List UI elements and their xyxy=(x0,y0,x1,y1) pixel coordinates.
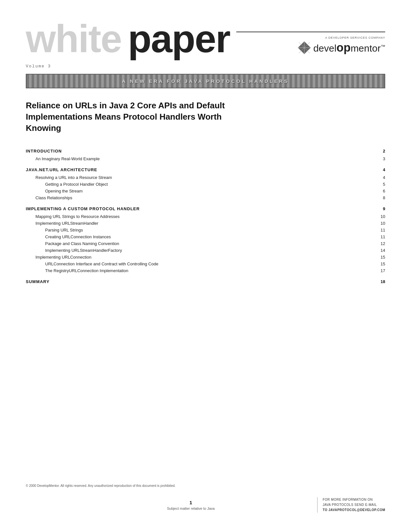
toc-page-package: 12 xyxy=(376,241,385,246)
toc-page-creating: 11 xyxy=(376,234,385,239)
toc-label-imaginary: An Imaginary Real-World Example xyxy=(35,156,100,161)
toc-entry-imaginary: An Imaginary Real-World Example 3 xyxy=(26,155,385,162)
toc-entry-mapping: Mapping URL Strings to Resource Addresse… xyxy=(26,213,385,220)
main-headline: Reliance on URLs in Java 2 Core APIs and… xyxy=(26,100,245,134)
footer-info-line3: TO JAVAPROTOCOL@DEVELOP.COM xyxy=(323,507,385,513)
banner: A NEW ERA FOR JAVA PROTOCOL HANDLERS xyxy=(26,74,385,88)
toc-page-implementing: 9 xyxy=(376,206,385,211)
title-divider xyxy=(236,32,385,32)
toc-page-mapping: 10 xyxy=(376,214,385,219)
toc-label-summary: SUMMARY xyxy=(26,279,50,284)
toc-page-implurlconn: 15 xyxy=(376,255,385,260)
developer-services-label: A Developer Services Company xyxy=(325,36,385,39)
toc-entry-classrel: Class Relationships 8 xyxy=(26,194,385,201)
toc-label-registryurl: The RegistryURLConnection Implementation xyxy=(45,268,128,273)
white-label: white xyxy=(26,19,122,58)
footer-page-number: 1 xyxy=(64,500,317,505)
toc-page-resolving: 4 xyxy=(376,175,385,180)
headline-line2: Implementations Means Protocol Handlers … xyxy=(26,112,222,133)
toc-label-creating: Creating URLConnection Instances xyxy=(45,234,111,239)
volume-label: Volume 3 xyxy=(26,64,51,69)
toc-page-imaginary: 3 xyxy=(376,156,385,161)
toc-label-implstream: Implementing URLStreamHandler xyxy=(35,221,98,226)
toc-entry-summary: SUMMARY 18 xyxy=(26,277,385,286)
footer-right-info: FOR MORE INFORMATION ON JAVA PROTOCOLS S… xyxy=(317,497,385,513)
logo-wrapper: developmentor™ xyxy=(297,41,385,55)
toc-label-javanet: JAVA.NET.URL ARCHITECTURE xyxy=(26,167,97,172)
paper-label: paper xyxy=(128,19,230,58)
toc-label-package: Package and Class Naming Convention xyxy=(45,241,119,246)
headline-section: Reliance on URLs in Java 2 Core APIs and… xyxy=(0,88,411,134)
toc-entry-urlconninterface: URLConnection Interface and Contract wit… xyxy=(26,261,385,267)
toc-page-implstream: 10 xyxy=(376,221,385,226)
toc-page-javanet: 4 xyxy=(376,167,385,172)
footer-section: © 2000 DevelopMentor. All rights reserve… xyxy=(0,484,411,513)
white-paper-title: white paper A Developer Services Company xyxy=(26,19,385,58)
toc-page-getting: 5 xyxy=(376,182,385,187)
toc-label-parsing: Parsing URL Strings xyxy=(45,228,83,232)
footer-info-line1: FOR MORE INFORMATION ON xyxy=(323,497,385,502)
footer-copyright: © 2000 DevelopMentor. All rights reserve… xyxy=(26,484,385,488)
footer-subject: 1 Subject matter relative to Java xyxy=(64,500,317,510)
toc-label-implstreamfact: Implementing URLStreamHandlerFactory xyxy=(45,248,122,253)
toc-spacer-3 xyxy=(26,274,385,277)
toc-page-registryurl: 17 xyxy=(376,268,385,273)
toc-page-summary: 18 xyxy=(376,279,385,284)
logo-text: developmentor™ xyxy=(313,42,385,54)
toc-spacer-1 xyxy=(26,162,385,165)
title-right: A Developer Services Company development… xyxy=(236,32,385,58)
toc-page-opening: 6 xyxy=(376,189,385,193)
toc-label-urlconninterface: URLConnection Interface and Contract wit… xyxy=(45,261,158,266)
logo-diamond-icon xyxy=(297,41,311,55)
toc-entry-parsing: Parsing URL Strings 11 xyxy=(26,227,385,233)
page: white paper A Developer Services Company xyxy=(0,0,411,532)
toc-label-classrel: Class Relationships xyxy=(35,195,72,200)
toc-page-implstreamfact: 14 xyxy=(376,248,385,253)
toc-label-mapping: Mapping URL Strings to Resource Addresse… xyxy=(35,214,120,219)
footer-info-line2: JAVA PROTOCOLS SEND E-MAIL xyxy=(323,502,385,507)
logo-mentor: mentor xyxy=(351,43,381,54)
toc-entry-implementing: IMPLEMENTING A CUSTOM PROTOCOL HANDLER 9 xyxy=(26,204,385,213)
toc-entry-javanet: JAVA.NET.URL ARCHITECTURE 4 xyxy=(26,165,385,174)
toc-label-resolving: Resolving a URL into a Resource Stream xyxy=(35,175,112,180)
toc-page-introduction: 2 xyxy=(376,149,385,153)
toc-spacer-2 xyxy=(26,201,385,204)
logo-op: op xyxy=(337,41,351,54)
toc-entry-registryurl: The RegistryURLConnection Implementation… xyxy=(26,267,385,274)
banner-section: A NEW ERA FOR JAVA PROTOCOL HANDLERS xyxy=(26,74,385,88)
header-section: white paper A Developer Services Company xyxy=(0,0,411,58)
logo-dev: devel xyxy=(313,43,337,54)
logo-tm: ™ xyxy=(381,44,385,49)
toc-page-classrel: 8 xyxy=(376,195,385,200)
toc-label-implementing: IMPLEMENTING A CUSTOM PROTOCOL HANDLER xyxy=(26,206,140,211)
toc-label-introduction: INTRODUCTION xyxy=(26,149,62,153)
toc-entry-implurlconn: Implementing URLConnection 15 xyxy=(26,254,385,261)
toc-entry-getting: Getting a Protocol Handler Object 5 xyxy=(26,181,385,188)
toc-section: INTRODUCTION 2 An Imaginary Real-World E… xyxy=(0,134,411,286)
footer-subject-text: Subject matter relative to Java xyxy=(64,507,317,510)
toc-entry-package: Package and Class Naming Convention 12 xyxy=(26,240,385,247)
headline-line1: Reliance on URLs in Java 2 Core APIs and… xyxy=(26,101,225,110)
banner-text: A NEW ERA FOR JAVA PROTOCOL HANDLERS xyxy=(122,78,289,84)
toc-label-getting: Getting a Protocol Handler Object xyxy=(45,182,108,187)
toc-page-parsing: 11 xyxy=(376,228,385,232)
toc-label-implurlconn: Implementing URLConnection xyxy=(35,255,91,260)
footer-bottom: 1 Subject matter relative to Java FOR MO… xyxy=(26,497,385,513)
toc-entry-implstream: Implementing URLStreamHandler 10 xyxy=(26,220,385,227)
toc-page-urlconninterface: 15 xyxy=(376,261,385,266)
toc-label-opening: Opening the Stream xyxy=(45,189,83,193)
toc-entry-introduction: INTRODUCTION 2 xyxy=(26,147,385,155)
toc-entry-resolving: Resolving a URL into a Resource Stream 4 xyxy=(26,174,385,181)
toc-entry-opening: Opening the Stream 6 xyxy=(26,188,385,194)
toc-entry-implstreamfact: Implementing URLStreamHandlerFactory 14 xyxy=(26,247,385,254)
toc-entry-creating: Creating URLConnection Instances 11 xyxy=(26,233,385,240)
